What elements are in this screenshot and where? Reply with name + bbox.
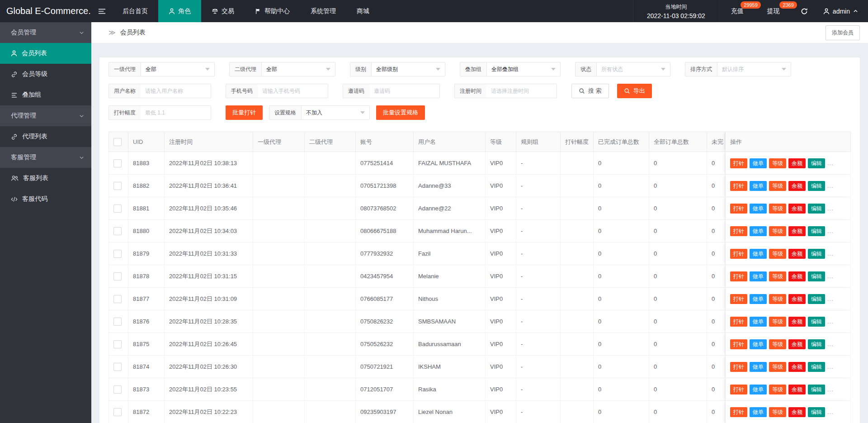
action-inject-button[interactable]: 打针 [730, 339, 747, 349]
row-more-button[interactable]: ... [827, 386, 834, 393]
action-edit-button[interactable]: 编辑 [808, 226, 825, 236]
nav-item-home[interactable]: 后台首页 [112, 0, 158, 22]
action-edit-button[interactable]: 编辑 [808, 362, 825, 372]
row-more-button[interactable]: ... [827, 295, 834, 302]
sidebar-item-member-list[interactable]: 会员列表 [0, 43, 91, 64]
action-inject-button[interactable]: 打针 [730, 407, 747, 417]
action-edit-button[interactable]: 编辑 [808, 271, 825, 281]
action-order-button[interactable]: 做单 [750, 226, 767, 236]
action-inject-button[interactable]: 打针 [730, 385, 747, 394]
action-balance-button[interactable]: 余额 [788, 317, 806, 327]
row-more-button[interactable]: ... [827, 273, 834, 280]
action-inject-button[interactable]: 打针 [730, 271, 747, 281]
row-checkbox[interactable] [113, 318, 122, 326]
batch-spec-button[interactable]: 批量设置规格 [376, 105, 425, 120]
action-inject-button[interactable]: 打针 [730, 226, 747, 236]
action-inject-button[interactable]: 打针 [730, 204, 747, 214]
action-edit-button[interactable]: 编辑 [808, 249, 825, 259]
row-checkbox[interactable] [113, 204, 122, 213]
filter-status-select[interactable]: 所有状态 [596, 62, 670, 76]
action-order-button[interactable]: 做单 [750, 181, 767, 191]
action-order-button[interactable]: 做单 [750, 294, 767, 304]
recharge-link[interactable]: 充值 29959 [719, 0, 755, 22]
row-more-button[interactable]: ... [827, 341, 834, 347]
nav-item-mall[interactable]: 商城 [346, 0, 380, 22]
row-more-button[interactable]: ... [827, 160, 834, 166]
action-level-button[interactable]: 等级 [769, 407, 786, 417]
action-level-button[interactable]: 等级 [769, 385, 786, 394]
row-more-button[interactable]: ... [827, 205, 834, 212]
action-level-button[interactable]: 等级 [769, 339, 786, 349]
action-edit-button[interactable]: 编辑 [808, 385, 825, 394]
row-more-button[interactable]: ... [827, 182, 834, 189]
admin-menu[interactable]: admin [817, 0, 868, 22]
nav-item-system[interactable]: 系统管理 [300, 0, 346, 22]
action-balance-button[interactable]: 余额 [788, 181, 806, 191]
action-edit-button[interactable]: 编辑 [808, 204, 825, 214]
row-checkbox[interactable] [113, 340, 122, 348]
sidebar-item-service-management[interactable]: 客服管理 [0, 147, 91, 168]
action-order-button[interactable]: 做单 [750, 385, 767, 394]
action-inject-button[interactable]: 打针 [730, 181, 747, 191]
action-edit-button[interactable]: 编辑 [808, 181, 825, 191]
action-order-button[interactable]: 做单 [750, 204, 767, 214]
action-balance-button[interactable]: 余额 [788, 362, 806, 372]
row-more-button[interactable]: ... [827, 228, 834, 234]
action-edit-button[interactable]: 编辑 [808, 317, 825, 327]
action-edit-button[interactable]: 编辑 [808, 294, 825, 304]
action-balance-button[interactable]: 余额 [788, 407, 806, 417]
action-order-button[interactable]: 做单 [750, 362, 767, 372]
filter-username-input[interactable] [141, 84, 211, 98]
withdraw-link[interactable]: 提现 2369 [755, 0, 792, 22]
row-checkbox[interactable] [113, 272, 122, 280]
search-button[interactable]: 搜 索 [571, 84, 609, 98]
action-order-button[interactable]: 做单 [750, 317, 767, 327]
spec-select[interactable]: 不加入 [301, 105, 370, 120]
export-button[interactable]: 导出 [617, 84, 652, 98]
row-more-button[interactable]: ... [827, 250, 834, 257]
filter-phone-input[interactable] [258, 84, 328, 98]
action-level-button[interactable]: 等级 [769, 271, 786, 281]
filter-overlay-group-select[interactable]: 全部叠加组 [486, 62, 561, 76]
row-checkbox[interactable] [113, 227, 122, 235]
sidebar-item-member-management[interactable]: 会员管理 [0, 22, 91, 43]
filter-secondary-agent-select[interactable]: 全部 [261, 62, 335, 76]
action-balance-button[interactable]: 余额 [788, 226, 806, 236]
action-balance-button[interactable]: 余额 [788, 249, 806, 259]
action-level-button[interactable]: 等级 [769, 226, 786, 236]
action-level-button[interactable]: 等级 [769, 362, 786, 372]
nav-item-help[interactable]: 帮助中心 [245, 0, 300, 22]
row-more-button[interactable]: ... [827, 363, 834, 370]
action-balance-button[interactable]: 余额 [788, 271, 806, 281]
filter-primary-agent-select[interactable]: 全部 [141, 62, 215, 76]
filter-level-select[interactable]: 全部级别 [371, 62, 445, 76]
action-order-button[interactable]: 做单 [750, 271, 767, 281]
action-order-button[interactable]: 做单 [750, 158, 767, 168]
action-level-button[interactable]: 等级 [769, 294, 786, 304]
row-more-button[interactable]: ... [827, 318, 834, 325]
row-checkbox[interactable] [113, 408, 122, 416]
action-edit-button[interactable]: 编辑 [808, 407, 825, 417]
sidebar-item-agent-management[interactable]: 代理管理 [0, 105, 91, 126]
action-level-button[interactable]: 等级 [769, 158, 786, 168]
row-checkbox[interactable] [113, 385, 122, 394]
action-inject-button[interactable]: 打针 [730, 362, 747, 372]
row-more-button[interactable]: ... [827, 409, 834, 415]
action-balance-button[interactable]: 余额 [788, 339, 806, 349]
row-checkbox[interactable] [113, 250, 122, 258]
nav-item-trade[interactable]: 交易 [201, 0, 245, 22]
row-checkbox[interactable] [113, 363, 122, 371]
sidebar-item-member-level[interactable]: 会员等级 [0, 64, 91, 85]
row-checkbox[interactable] [113, 159, 122, 167]
filter-sort-select[interactable]: 默认排序 [717, 62, 791, 76]
action-order-button[interactable]: 做单 [750, 249, 767, 259]
menu-toggle-icon[interactable] [91, 0, 112, 22]
select-all-checkbox[interactable] [113, 138, 122, 146]
action-inject-button[interactable]: 打针 [730, 294, 747, 304]
batch-inject-button[interactable]: 批量打针 [226, 105, 263, 120]
filter-invite-code-input[interactable] [369, 84, 440, 98]
action-inject-button[interactable]: 打针 [730, 158, 747, 168]
action-inject-button[interactable]: 打针 [730, 249, 747, 259]
sidebar-item-service-code[interactable]: 客服代码 [0, 189, 91, 209]
filter-reg-time-input[interactable] [486, 84, 557, 98]
